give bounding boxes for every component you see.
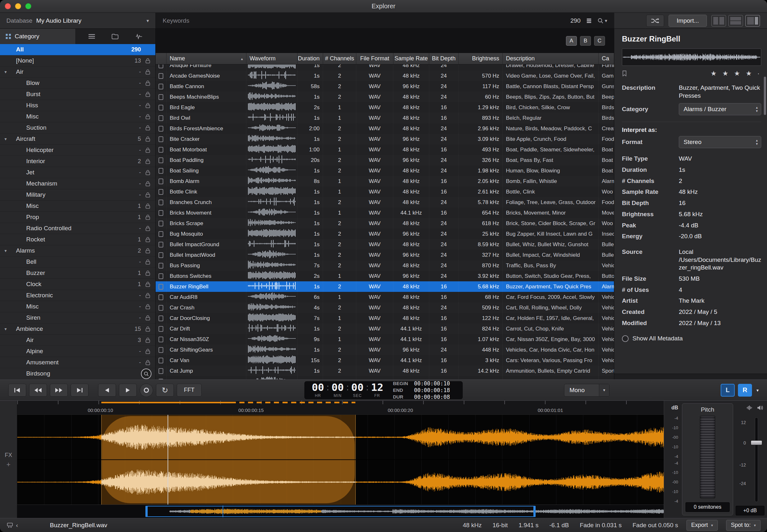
scrollbar-thumb[interactable] bbox=[764, 77, 766, 115]
minimize-button[interactable] bbox=[15, 3, 21, 9]
sidebar-item[interactable]: ▾ Air - bbox=[0, 66, 155, 78]
sidebar-item[interactable]: ▾ Suction - bbox=[0, 122, 155, 133]
sidebar-item[interactable]: ▾ Alarms 2 bbox=[0, 245, 155, 256]
play-button[interactable] bbox=[119, 384, 137, 397]
sidebar-item[interactable]: ▾ Amusement - bbox=[0, 357, 155, 368]
table-row[interactable]: Boat Sailing 1s 2 WAV 48 kHz 24 1.98 kHz… bbox=[156, 165, 614, 176]
sidebar-item[interactable]: ▾ All 290 bbox=[0, 44, 155, 55]
table-row[interactable]: Bricks Scrape 1s 2 WAV 48 kHz 24 618 Hz … bbox=[156, 218, 614, 229]
table-row[interactable]: Cat Jump 1s 2 WAV 48 kHz 16 14.2 kHz Amm… bbox=[156, 366, 614, 376]
table-row[interactable]: Bird Owl 1s 1 WAV 48 kHz 16 893 Hz Belch… bbox=[156, 113, 614, 123]
column-header[interactable]: Waveform bbox=[247, 53, 298, 64]
sidebar-item[interactable]: ▾ Hiss - bbox=[0, 100, 155, 111]
sidebar-item[interactable]: ▾ Interior 2 bbox=[0, 156, 155, 167]
layout-columns-button[interactable] bbox=[711, 15, 726, 27]
column-header[interactable]: Brightness bbox=[459, 53, 503, 64]
table-row[interactable]: Car AudiR8 6s 1 WAV 48 kHz 16 68 Hz Car,… bbox=[156, 292, 614, 302]
sidebar-item[interactable]: ▾ Birdsong bbox=[0, 368, 155, 379]
column-header[interactable]: # Channels bbox=[323, 53, 356, 64]
sidebar-item[interactable]: ▾ Electronic - bbox=[0, 290, 155, 301]
table-row[interactable]: Buzzer RingBell 1s 2 WAV 48 kHz 16 5.68 … bbox=[156, 281, 614, 292]
table-row[interactable]: Bricks Movement 1s 1 WAV 44.1 kHz 16 654… bbox=[156, 208, 614, 218]
waveform-display[interactable] bbox=[17, 415, 664, 505]
table-row[interactable]: Car Crash 4s 2 WAV 48 kHz 24 509 Hz Cart… bbox=[156, 302, 614, 313]
spot-to-button[interactable]: Spot to:▾ bbox=[726, 520, 761, 531]
sidebar-item[interactable]: ▾ Clock 1 bbox=[0, 279, 155, 290]
folder-view-button[interactable] bbox=[111, 34, 118, 39]
sidebar-item[interactable]: ▾ Misc - bbox=[0, 301, 155, 312]
collapse-chevron[interactable]: ‹ bbox=[16, 522, 18, 529]
rating-stars[interactable]: ★ ★ ★ ★ ∙ bbox=[711, 70, 761, 77]
table-row[interactable]: Bottle Clink 1s 1 WAV 48 kHz 16 2.61 kHz… bbox=[156, 186, 614, 197]
tab-category[interactable]: Category bbox=[0, 29, 76, 44]
table-row[interactable]: Cat Meow 1s 1 WAV 48 kHz 16 964 Hz Cat, … bbox=[156, 376, 614, 379]
waveform-view-button[interactable] bbox=[135, 34, 142, 39]
sidebar-item[interactable]: ▾ Alpine - bbox=[0, 346, 155, 357]
column-header[interactable]: Description bbox=[503, 53, 599, 64]
layout-sidebar-button[interactable] bbox=[745, 15, 760, 27]
rewind-button[interactable] bbox=[29, 384, 47, 397]
column-header[interactable]: Bit Depth bbox=[429, 53, 459, 64]
table-row[interactable]: Boat Paddling 20s 2 WAV 96 kHz 24 326 Hz… bbox=[156, 155, 614, 165]
sidebar-item[interactable]: ▾ Air 3 bbox=[0, 335, 155, 346]
table-row[interactable]: Branches Crunch 1s 2 WAV 48 kHz 24 5.78 … bbox=[156, 197, 614, 208]
import-button[interactable]: Import... bbox=[669, 15, 707, 27]
sidebar-item[interactable]: ▾ Siren - bbox=[0, 312, 155, 323]
sidebar-search-icon[interactable] bbox=[141, 369, 151, 379]
skip-start-button[interactable] bbox=[8, 384, 26, 397]
compare-button[interactable]: C bbox=[594, 36, 605, 46]
sidebar-item[interactable]: ▾ [None] 13 bbox=[0, 55, 155, 66]
speaker-icon[interactable] bbox=[757, 405, 763, 411]
column-header[interactable]: Duration bbox=[298, 53, 323, 64]
volume-fader-track[interactable] bbox=[755, 417, 758, 502]
channel-mode-select[interactable]: Mono ▾ bbox=[564, 384, 610, 397]
column-header[interactable]: Name bbox=[166, 53, 247, 64]
sidebar-item[interactable]: ▾ Rocket 1 bbox=[0, 234, 155, 245]
table-row[interactable]: Car Van 15s 2 WAV 44.1 kHz 16 3 kHz Cars… bbox=[156, 355, 614, 366]
table-row[interactable]: Car DoorClosing 7s 1 WAV 48 kHz 16 122 H… bbox=[156, 313, 614, 323]
table-row[interactable]: Bus Passing 7s 2 WAV 48 kHz 24 870 Hz Tr… bbox=[156, 260, 614, 271]
table-row[interactable]: Arcade GamesNoise 1s 2 WAV 48 kHz 24 570… bbox=[156, 71, 614, 81]
show-all-metadata-checkbox[interactable] bbox=[622, 335, 629, 342]
sidebar-item[interactable]: ▾ Mechanism - bbox=[0, 178, 155, 189]
column-header[interactable]: Ca bbox=[599, 53, 614, 64]
sidebar-item[interactable]: ▾ Prop 1 bbox=[0, 212, 155, 223]
table-row[interactable]: Bird Eagle 2s 1 WAV 48 kHz 16 1.29 kHz B… bbox=[156, 102, 614, 113]
overview-strip[interactable] bbox=[17, 505, 664, 518]
fft-button[interactable]: FFT bbox=[177, 384, 202, 397]
zoom-button[interactable] bbox=[25, 3, 31, 9]
sidebar-item[interactable]: ▾ Radio Controlled - bbox=[0, 223, 155, 234]
previous-button[interactable] bbox=[98, 384, 116, 397]
export-button[interactable]: Export▾ bbox=[687, 520, 718, 531]
sidebar-item[interactable]: ▾ Misc 1 bbox=[0, 201, 155, 212]
loop-button[interactable]: ↻ bbox=[156, 384, 174, 397]
sidebar-item[interactable]: ▾ Burst - bbox=[0, 89, 155, 100]
left-channel-button[interactable]: L bbox=[721, 384, 735, 397]
close-button[interactable] bbox=[5, 3, 11, 9]
keywords-input[interactable]: Keywords 290 ▾ bbox=[156, 13, 614, 28]
compare-button[interactable]: A bbox=[566, 36, 577, 46]
fast-forward-button[interactable] bbox=[50, 384, 68, 397]
sidebar-item[interactable]: ▾ Jet - bbox=[0, 167, 155, 178]
table-row[interactable]: Car Nissan350Z 9s 1 WAV 44.1 kHz 16 1.07… bbox=[156, 334, 614, 345]
right-channel-button[interactable]: R bbox=[738, 384, 752, 397]
compare-button[interactable]: B bbox=[580, 36, 591, 46]
fx-add-button[interactable]: + bbox=[6, 460, 11, 469]
sidebar-item[interactable]: ▾ Helicopter - bbox=[0, 145, 155, 156]
table-row[interactable]: Bug Mosquito 1s 2 WAV 96 kHz 24 25 kHz B… bbox=[156, 229, 614, 239]
table-row[interactable]: Bullet ImpactGround 1s 2 WAV 48 kHz 24 8… bbox=[156, 239, 614, 250]
spot-cart-icon[interactable] bbox=[6, 522, 13, 528]
sidebar-item[interactable]: ▾ Buzzer 1 bbox=[0, 268, 155, 279]
table-row[interactable]: Antique Furniture 1s 2 WAV 48 kHz 24 Dra… bbox=[156, 65, 614, 71]
record-button[interactable] bbox=[140, 384, 153, 397]
table-row[interactable]: Car ShiftingGears 1s 2 WAV 96 kHz 24 448… bbox=[156, 345, 614, 355]
search-icon[interactable]: ▾ bbox=[598, 18, 607, 24]
layout-rows-button[interactable] bbox=[728, 15, 743, 27]
table-row[interactable]: Bite Cracker 1s 2 WAV 96 kHz 24 3.09 kHz… bbox=[156, 134, 614, 144]
table-row[interactable]: Car Drift 1s 2 WAV 44.1 kHz 16 824 Hz Ca… bbox=[156, 323, 614, 334]
sidebar-item[interactable]: ▾ Ambience 15 bbox=[0, 323, 155, 335]
pitch-fader[interactable] bbox=[700, 416, 715, 498]
table-row[interactable]: Bullet ImpactWood 1s 2 WAV 96 kHz 24 327… bbox=[156, 250, 614, 260]
sidebar-item[interactable]: ▾ Aircraft 5 bbox=[0, 133, 155, 145]
sidebar-item[interactable]: ▾ Military - bbox=[0, 189, 155, 201]
